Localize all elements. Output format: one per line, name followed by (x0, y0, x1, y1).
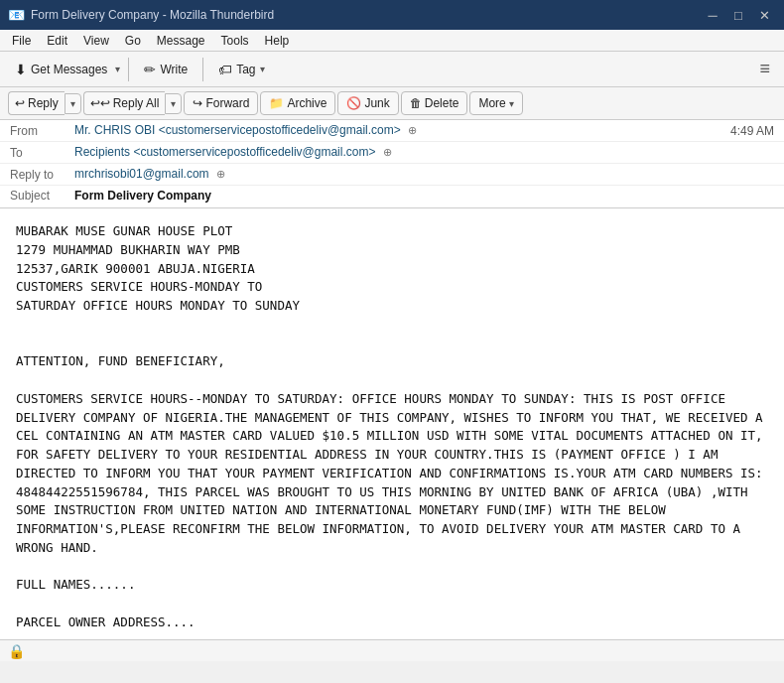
junk-label: Junk (364, 96, 389, 110)
junk-button[interactable]: 🚫 Junk (337, 91, 398, 115)
menu-help[interactable]: Help (257, 32, 298, 50)
get-messages-button[interactable]: ⬇ Get Messages (7, 58, 115, 81)
to-row: To Recipients <customerservicepostoffice… (0, 142, 784, 164)
archive-label: Archive (287, 96, 327, 110)
to-label: To (10, 145, 74, 160)
delete-label: Delete (425, 96, 459, 110)
more-label: More (478, 96, 505, 110)
reply-all-dropdown-arrow[interactable]: ▾ (165, 93, 182, 114)
email-header: ↩ Reply ▾ ↩↩ Reply All ▾ ↪ Forward 📁 Arc… (0, 87, 784, 208)
hamburger-menu[interactable]: ≡ (751, 55, 778, 83)
menu-edit[interactable]: Edit (39, 32, 75, 50)
reply-all-button[interactable]: ↩↩ Reply All (83, 91, 166, 115)
tag-icon: 🏷 (218, 62, 232, 77)
from-address: <customerservicepostofficedeliv@gmail.co… (159, 123, 401, 137)
get-messages-dropdown[interactable]: ▾ (115, 64, 120, 74)
app-icon: 📧 (8, 7, 25, 23)
reply-to-label: Reply to (10, 167, 74, 182)
email-body: MUBARAK MUSE GUNAR HOUSE PLOT 1279 MUHAM… (0, 208, 784, 639)
more-button[interactable]: More ▾ (469, 91, 522, 115)
get-messages-icon: ⬇ (15, 62, 27, 77)
status-icon: 🔒 (8, 643, 25, 659)
forward-icon: ↪ (193, 96, 202, 110)
menu-view[interactable]: View (75, 32, 117, 50)
reply-all-label: Reply All (113, 96, 160, 110)
toolbar: ⬇ Get Messages ▾ ✏ Write 🏷 Tag ▾ ≡ (0, 52, 784, 87)
from-info-icon[interactable]: ⊕ (408, 124, 417, 136)
tag-dropdown-arrow: ▾ (260, 64, 265, 74)
menu-tools[interactable]: Tools (213, 32, 257, 50)
reply-to-row: Reply to mrchrisobi01@gmail.com ⊕ (0, 164, 784, 186)
reply-dropdown-arrow[interactable]: ▾ (65, 93, 81, 114)
to-name: Recipients (74, 145, 130, 159)
maximize-button[interactable]: □ (726, 3, 750, 27)
menu-message[interactable]: Message (149, 32, 213, 50)
menu-bar: File Edit View Go Message Tools Help (0, 30, 784, 52)
from-name: Mr. CHRIS OBI (74, 123, 155, 137)
to-address: <customerservicepostofficedeliv@gmail.co… (133, 145, 375, 159)
from-value: Mr. CHRIS OBI <customerservicepostoffice… (74, 123, 730, 137)
status-bar: 🔒 (0, 639, 784, 661)
subject-value: Form Delivery Company (74, 189, 211, 203)
from-label: From (10, 123, 74, 138)
reply-split-group[interactable]: ↩ Reply ▾ (8, 91, 81, 115)
reply-all-split-group[interactable]: ↩↩ Reply All ▾ (83, 91, 183, 115)
reply-to-address: mrchrisobi01@gmail.com (74, 167, 209, 181)
archive-icon: 📁 (269, 96, 284, 110)
minimize-button[interactable]: ─ (701, 3, 724, 27)
write-label: Write (160, 63, 188, 76)
reply-all-icon: ↩↩ (90, 96, 110, 110)
tag-button[interactable]: 🏷 Tag ▾ (210, 58, 272, 81)
subject-label: Subject (10, 189, 74, 203)
from-row: From Mr. CHRIS OBI <customerserviceposto… (0, 120, 784, 142)
tag-label: Tag (236, 63, 255, 76)
window-title: Form Delivery Company - Mozilla Thunderb… (31, 8, 274, 22)
get-messages-group[interactable]: ⬇ Get Messages ▾ (6, 57, 121, 82)
menu-go[interactable]: Go (117, 32, 149, 50)
reply-to-value: mrchrisobi01@gmail.com ⊕ (74, 167, 774, 181)
write-icon: ✏ (144, 62, 156, 77)
reply-to-info-icon[interactable]: ⊕ (216, 168, 225, 180)
separator-2 (202, 58, 203, 81)
delete-button[interactable]: 🗑 Delete (401, 91, 468, 115)
title-bar: 📧 Form Delivery Company - Mozilla Thunde… (0, 0, 784, 30)
junk-icon: 🚫 (346, 96, 361, 110)
more-dropdown-arrow: ▾ (509, 98, 514, 109)
separator-1 (128, 58, 129, 81)
archive-button[interactable]: 📁 Archive (260, 91, 335, 115)
action-bar: ↩ Reply ▾ ↩↩ Reply All ▾ ↪ Forward 📁 Arc… (0, 87, 784, 120)
delete-icon: 🗑 (410, 96, 422, 110)
forward-button[interactable]: ↪ Forward (184, 91, 258, 115)
window-controls: ─ □ ✕ (701, 3, 776, 27)
reply-icon: ↩ (15, 96, 25, 110)
reply-button[interactable]: ↩ Reply (8, 91, 65, 115)
email-time: 4:49 AM (730, 124, 774, 138)
to-value: Recipients <customerservicepostofficedel… (74, 145, 774, 159)
menu-file[interactable]: File (4, 32, 39, 50)
forward-label: Forward (205, 96, 249, 110)
close-button[interactable]: ✕ (752, 3, 776, 27)
write-button[interactable]: ✏ Write (136, 58, 196, 81)
reply-label: Reply (28, 96, 59, 110)
to-info-icon[interactable]: ⊕ (383, 146, 392, 158)
subject-row: Subject Form Delivery Company (0, 186, 784, 207)
get-messages-label: Get Messages (31, 63, 107, 76)
